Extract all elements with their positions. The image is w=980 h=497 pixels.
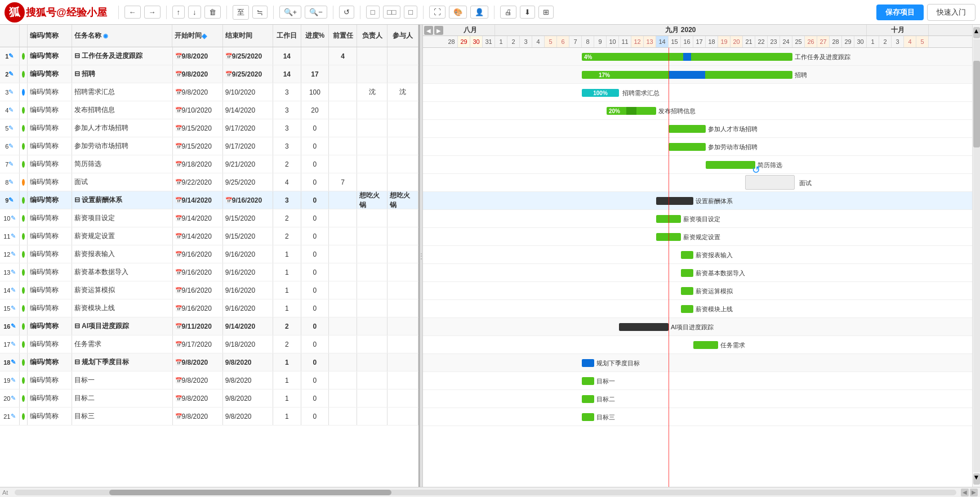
toolbar: 狐 搜狐号@经验小屋 ← → ↑ ↓ 🗑 至 ≒ 🔍+ 🔍− ↺ □ □□ □ …: [0, 0, 980, 25]
row-days: 1: [273, 245, 301, 263]
save-button[interactable]: 保存项目: [876, 5, 924, 20]
scrollbar-thumb[interactable]: [109, 490, 391, 495]
table-row: 1 ✎ 编码/简称 ⊟ 工作任务及进度跟踪 📅 9/8/2020 📅 9/25/…: [0, 47, 418, 65]
refresh-button[interactable]: ↺: [339, 6, 354, 19]
row-start: 📅 9/11/2020: [173, 317, 223, 335]
gantt-bar-16[interactable]: [619, 323, 669, 331]
gantt-bar-12[interactable]: [681, 251, 693, 259]
excel-button[interactable]: ⊞: [538, 6, 554, 19]
gantt-bar-19[interactable]: [582, 377, 594, 385]
row-code: 编码/简称: [28, 155, 72, 173]
row-owner: [357, 173, 388, 191]
row-num: 13 ✎: [0, 263, 20, 281]
gantt-bar-21[interactable]: [582, 413, 594, 421]
row-name: ⊟ AI项目进度跟踪: [72, 317, 172, 335]
row-code: 编码/简称: [28, 408, 72, 425]
row-pct: 0: [301, 408, 329, 425]
status-dot: [22, 305, 25, 312]
view1-button[interactable]: □: [366, 6, 380, 19]
scroll-left-button[interactable]: ◀: [961, 489, 969, 496]
zoom-in-button[interactable]: 🔍+: [279, 6, 302, 19]
status-at: At: [2, 489, 8, 496]
gantt-row: 简历筛选 ↺: [423, 156, 972, 174]
delete-button[interactable]: 🗑: [204, 6, 221, 19]
row-participants: [387, 137, 418, 155]
gantt-bar-20[interactable]: [582, 395, 594, 403]
logo: 狐 搜狐号@经验小屋: [5, 2, 107, 23]
row-end: 9/8/2020: [223, 371, 273, 389]
view2-button[interactable]: □□: [383, 6, 401, 19]
gantt-label-6: 参加劳动市场招聘: [708, 142, 758, 151]
undo-button[interactable]: ←: [124, 6, 141, 19]
zoom-out-button[interactable]: 🔍−: [305, 6, 327, 19]
row-participants: [387, 245, 418, 263]
table-row: 7 ✎ 编码/简称 简历筛选 📅 9/18/2020 9/21/2020 2 0: [0, 155, 418, 173]
move-down-button[interactable]: ↓: [188, 6, 201, 19]
cal-next-button[interactable]: ▶: [434, 26, 443, 35]
cal-day: 28: [830, 36, 842, 47]
row-code: 编码/简称: [28, 119, 72, 137]
scroll-up-button[interactable]: ▲: [973, 27, 980, 38]
row-end: 📅 9/25/2020: [223, 65, 273, 83]
row-pct: 0: [301, 299, 329, 317]
view3-button[interactable]: □: [404, 6, 417, 19]
gantt-bar-17[interactable]: [693, 341, 718, 349]
status-dot: [22, 287, 25, 294]
row-dot-col: [20, 371, 28, 389]
gantt-bar-7[interactable]: [706, 161, 755, 169]
table-row: 13 ✎ 编码/简称 薪资基本数据导入 📅 9/16/2020 9/16/202…: [0, 263, 418, 281]
col-header-start: 开始时间 ◈: [172, 25, 222, 47]
download-button[interactable]: ⬇: [520, 6, 535, 19]
gantt-bar-11[interactable]: [656, 233, 681, 241]
scroll-down-button[interactable]: ▼: [973, 473, 980, 485]
redo-button[interactable]: →: [144, 6, 161, 19]
gantt-bar-6[interactable]: [669, 143, 706, 151]
calendar-header: 八月 九月 2020 十月 28 29 30 31 1 2 3: [423, 25, 972, 48]
scroll-thumb[interactable]: [973, 61, 980, 147]
user-button[interactable]: 👤: [470, 6, 488, 19]
gantt-bar-13[interactable]: [681, 269, 693, 277]
cal-day-weekend: 27: [817, 36, 830, 47]
vertical-scrollbar[interactable]: ▲ ▼: [972, 25, 980, 487]
gantt-bar-5[interactable]: [669, 125, 706, 133]
row-name: 薪资模块上线: [72, 299, 172, 317]
cal-day: 2: [879, 36, 892, 47]
indent-button[interactable]: 至: [233, 5, 249, 20]
row-num: 6 ✎: [0, 137, 20, 155]
sep-month: 九月 2020: [495, 25, 867, 35]
outdent-button[interactable]: ≒: [252, 6, 268, 19]
move-up-button[interactable]: ↑: [172, 6, 185, 19]
row-days: 2: [273, 155, 301, 173]
gantt-bar-9[interactable]: [656, 197, 693, 205]
gantt-bar-18[interactable]: [582, 359, 594, 367]
row-start: 📅 9/14/2020: [173, 191, 223, 209]
gantt-bar-15[interactable]: [681, 305, 693, 313]
table-row: 16 ✎ 编码/简称 ⊟ AI项目进度跟踪 📅 9/11/2020 9/14/2…: [0, 317, 418, 335]
horizontal-scrollbar[interactable]: [15, 490, 956, 495]
status-dot: [22, 233, 25, 240]
gantt-bar-3[interactable]: 100%: [582, 89, 619, 97]
row-days: 2: [273, 227, 301, 245]
gantt-bar-10[interactable]: [656, 215, 681, 223]
row-pct: 0: [301, 389, 329, 407]
row-owner: [357, 281, 388, 299]
cal-day: 25: [792, 36, 805, 47]
cal-day-weekend: 29: [458, 36, 470, 47]
row-participants: [387, 101, 418, 119]
gantt-bar-4[interactable]: 20%: [607, 107, 656, 115]
cal-day: 23: [768, 36, 780, 47]
print-button[interactable]: 🖨: [500, 6, 516, 19]
status-dot: [22, 323, 25, 330]
gantt-bar-1[interactable]: 4%: [582, 53, 792, 61]
row-days: 1: [273, 353, 301, 371]
gantt-bar-14[interactable]: [681, 287, 693, 295]
quick-entry-button[interactable]: 快速入门: [927, 4, 975, 21]
gantt-bar-2[interactable]: 17%: [582, 71, 792, 79]
color-button[interactable]: 🎨: [449, 6, 467, 19]
row-dot-col: [20, 191, 28, 209]
fullscreen-button[interactable]: ⛶: [429, 6, 446, 19]
cal-prev-button[interactable]: ◀: [424, 26, 433, 35]
cal-day: 2: [507, 36, 520, 47]
scroll-right-button[interactable]: ▶: [970, 489, 978, 496]
status-dot: [22, 395, 25, 402]
